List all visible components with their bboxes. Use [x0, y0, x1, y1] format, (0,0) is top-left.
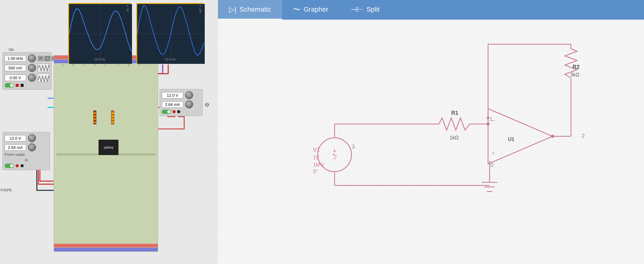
svg-text:1kHz: 1kHz — [313, 162, 324, 167]
tab-split-label: Split — [367, 6, 380, 14]
breadboard-col-labels: abcde fghi — [57, 64, 155, 66]
row-numbers-left — [54, 67, 56, 242]
svg-text:V1: V1 — [313, 147, 320, 153]
meter-minus: ⊖ — [205, 101, 209, 108]
breadboard-rail-bottom-blue — [54, 248, 158, 251]
tab-schematic-label: Schematic — [239, 6, 271, 14]
resistor-r2-component — [111, 111, 114, 124]
amp-knob[interactable] — [28, 64, 36, 72]
tabs-bar: ▷| Schematic 〜 Grapher ⊣⊢ Split — [218, 0, 644, 20]
wave-preview-1 — [38, 64, 49, 72]
osc1-amplitude-label: A: 50 — [126, 5, 129, 11]
sine-wave-btn[interactable]: ∿ — [45, 56, 50, 61]
oscilloscope-2: 15.0 ms A: 100 — [136, 3, 204, 63]
svg-text:0°: 0° — [313, 169, 318, 174]
svg-text:−: − — [492, 118, 495, 124]
tab-grapher-label: Grapher — [304, 6, 328, 14]
svg-rect-15 — [218, 20, 644, 264]
ps-current-knob[interactable] — [28, 143, 36, 151]
freq-row: 1.00 kHz ⊓ ∿ /\ — [5, 54, 49, 62]
ps-voltage-row: 12.0 V — [5, 134, 48, 142]
svg-text:3: 3 — [352, 144, 355, 150]
opamp-chip: opAmp — [99, 140, 118, 155]
ps-toggle[interactable] — [5, 164, 14, 168]
split-icon: ⊣⊢ — [351, 5, 363, 14]
opamp-label: opAmp — [104, 146, 114, 149]
right-panel: ▷| Schematic 〜 Grapher ⊣⊢ Split + − ∿ — [218, 0, 644, 264]
schematic-icon: ▷| — [229, 5, 236, 14]
osc1-display — [69, 4, 132, 64]
wave-preview-2 — [38, 73, 49, 82]
ground-symbol: ⊖ — [5, 157, 48, 162]
svg-text:+: + — [492, 150, 495, 156]
offset-row: 0.00 V — [5, 73, 49, 82]
meter-voltage-knob[interactable] — [185, 91, 193, 99]
freq-value[interactable]: 1.00 kHz — [5, 55, 26, 62]
power-supply: 12.0 V 2.64 mA Power supply ⊖ — [2, 132, 50, 170]
meter-voltage-row: 12.0 V — [162, 91, 200, 99]
signal-generator: 1.00 kHz ⊓ ∿ /\ 500 mV 0.00 V — [2, 52, 52, 90]
meter-voltage[interactable]: 12.0 V — [162, 92, 183, 99]
siggen-toggle[interactable] — [5, 83, 14, 87]
svg-text:1kΩ: 1kΩ — [450, 135, 459, 140]
meter-current-row: 2.64 mA — [162, 100, 200, 108]
siggen-toggle-row — [5, 83, 49, 87]
svg-text:U1: U1 — [508, 137, 514, 142]
svg-text:R1: R1 — [451, 110, 458, 116]
probe-dot-red — [16, 84, 19, 87]
osc2-display — [137, 4, 205, 64]
tab-schematic[interactable]: ▷| Schematic — [218, 0, 282, 20]
svg-text:∿: ∿ — [332, 152, 337, 158]
oscilloscope-1: 15.0 ms A: 50 — [68, 3, 131, 63]
schematic-diagram: + − ∿ V1 1V 1kHz 0° 3 R1 1kΩ 1 − + — [218, 20, 644, 264]
amp-row: 500 mV — [5, 64, 49, 72]
ps-current-row: 2.64 mA — [5, 143, 48, 151]
osc2-time-label: 15.0 ms — [165, 58, 176, 61]
svg-point-55 — [487, 117, 489, 119]
tab-grapher[interactable]: 〜 Grapher — [282, 0, 339, 20]
meter-toggle-row — [162, 110, 200, 114]
probe-dot-black — [21, 84, 24, 87]
grapher-icon: 〜 — [293, 5, 301, 14]
svg-text:2: 2 — [582, 133, 585, 139]
freq-knob[interactable] — [28, 54, 36, 62]
right-meter-panel: 12.0 V 2.64 mA — [160, 89, 203, 116]
svg-text:1V: 1V — [313, 155, 319, 160]
meter-probe-black — [177, 110, 180, 113]
svg-text:0: 0 — [491, 162, 494, 168]
meter-current[interactable]: 2.64 mA — [162, 101, 183, 108]
meter-probe-red — [173, 110, 176, 113]
resistor-r1-component — [93, 111, 96, 124]
amp-value[interactable]: 500 mV — [5, 65, 26, 71]
svg-text:R2: R2 — [572, 64, 580, 70]
left-panel: Vin ⊖ 1.00 kHz ⊓ ∿ /\ 500 mV 0.00 V — [0, 0, 218, 264]
osc1-time-label: 15.0 ms — [94, 58, 105, 61]
ps-voltage-knob[interactable] — [28, 134, 36, 142]
meter-current-knob[interactable] — [185, 100, 193, 108]
meter-toggle[interactable] — [162, 110, 171, 114]
vin-label: Vin — [9, 48, 14, 52]
osc2-amplitude-label: A: 100 — [199, 5, 202, 13]
offset-value[interactable]: 0.00 V — [5, 75, 26, 81]
tab-split[interactable]: ⊣⊢ Split — [339, 0, 391, 20]
supply-text: supply — [0, 187, 12, 192]
ps-probe-red — [16, 164, 19, 167]
breadboard: abcde fghi opAmp — [54, 55, 158, 252]
square-wave-btn[interactable]: ⊓ — [38, 56, 44, 61]
offset-knob[interactable] — [28, 74, 36, 82]
ps-label: Power supply — [5, 153, 48, 156]
ps-toggle-row — [5, 164, 48, 168]
ps-current[interactable]: 2.64 mA — [5, 144, 26, 151]
svg-text:3kΩ: 3kΩ — [570, 72, 579, 77]
ps-probe-black — [21, 164, 24, 167]
ps-voltage[interactable]: 12.0 V — [5, 135, 26, 142]
breadboard-rail-bottom-red — [54, 244, 158, 247]
